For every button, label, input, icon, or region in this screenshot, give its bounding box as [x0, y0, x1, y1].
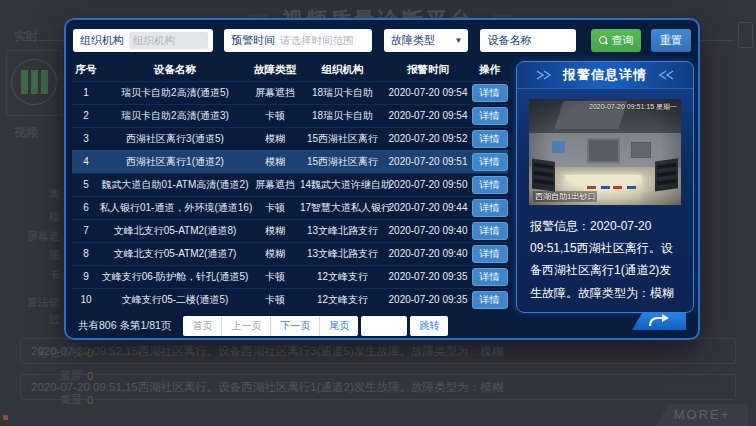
alarm-detail-panel: 报警信息详情 2020-07-20 09:51:15 星期一 西湖自助1出钞口 … — [516, 61, 694, 313]
bg-stat-label: 屏幕遮 — [0, 229, 60, 244]
bg-stat-label: 模 — [0, 210, 60, 225]
cell-fault-type: 模糊 — [250, 242, 300, 265]
detail-button[interactable]: 详情 — [472, 199, 508, 217]
cell-fault-type: 模糊 — [250, 150, 300, 173]
cell-organization: 13文峰北路支行 — [300, 242, 385, 265]
cell-device-name: 文峰北支行05-ATM2(通道7) — [100, 242, 250, 265]
cell-alarm-time: 2020-07-20 09:35 — [385, 288, 471, 311]
cell-organization: 15西湖社区离行 — [300, 127, 385, 150]
cell-device-name: 文峰支行05-二楼(通道5) — [100, 288, 250, 311]
bg-stat-label: 离 — [0, 187, 60, 202]
detail-button[interactable]: 详情 — [472, 153, 508, 171]
cell-device-name: 文峰支行06-防护舱，针孔(通道5) — [100, 265, 250, 288]
return-button[interactable] — [632, 310, 686, 330]
table-row[interactable]: 1 瑞贝卡自助2高清(通道5) 屏幕遮挡 18瑞贝卡自助 2020-07-20 … — [72, 81, 508, 104]
cell-fault-type: 屏幕遮挡 — [250, 173, 300, 196]
table-row[interactable]: 6 私人银行01-通道，外环境(通道16) 卡顿 17智慧大道私人银行 2020… — [72, 196, 508, 219]
return-arrow-icon — [647, 314, 671, 327]
search-button[interactable]: 查询 — [591, 29, 641, 52]
next-page-button[interactable]: 下一页 — [271, 316, 320, 336]
table-row[interactable]: 7 文峰北支行05-ATM2(通道8) 模糊 13文峰北路支行 2020-07-… — [72, 219, 508, 242]
device-name-input[interactable] — [536, 32, 571, 49]
cell-organization: 18瑞贝卡自助 — [300, 104, 385, 127]
cell-organization: 12文峰支行 — [300, 288, 385, 311]
cell-index: 10 — [72, 288, 100, 311]
cell-device-name: 瑞贝卡自助2高清(通道3) — [100, 104, 250, 127]
detail-button[interactable]: 详情 — [472, 222, 508, 240]
cell-index: 9 — [72, 265, 100, 288]
first-page-button[interactable]: 首页 — [183, 316, 222, 336]
cell-alarm-time: 2020-07-20 09:54 — [385, 104, 471, 127]
table-row[interactable]: 2 瑞贝卡自助2高清(通道3) 卡顿 18瑞贝卡自助 2020-07-20 09… — [72, 104, 508, 127]
detail-button[interactable]: 详情 — [472, 176, 508, 194]
table-row[interactable]: 5 魏武大道自助01-ATM高清(通道2) 屏幕遮挡 14魏武大道许继自助 20… — [72, 173, 508, 196]
cell-fault-type: 卡顿 — [250, 196, 300, 219]
cell-device-name: 私人银行01-通道，外环境(通道16) — [100, 196, 250, 219]
jump-button[interactable]: 跳转 — [410, 316, 448, 336]
camera-scene — [529, 99, 681, 205]
cell-alarm-time: 2020-07-20 09:40 — [385, 219, 471, 242]
camera-snapshot: 2020-07-20 09:51:15 星期一 西湖自助1出钞口 — [529, 99, 681, 205]
cell-action: 详情 — [471, 150, 508, 173]
cell-fault-type: 模糊 — [250, 127, 300, 150]
cell-index: 6 — [72, 196, 100, 219]
table-row[interactable]: 8 文峰北支行05-ATM2(通道7) 模糊 13文峰北路支行 2020-07-… — [72, 242, 508, 265]
alarm-detail-message: 报警信息：2020-07-20 09:51,15西湖社区离行。设备西湖社区离行1… — [517, 213, 693, 306]
reset-button[interactable]: 重置 — [651, 29, 691, 52]
bg-ticker: 2020-07-20 09:52,15西湖社区离行。设备西湖社区离行3(通道5)… — [20, 338, 736, 410]
cell-index: 2 — [72, 104, 100, 127]
detail-button[interactable]: 详情 — [472, 107, 508, 125]
detail-button[interactable]: 详情 — [472, 245, 508, 263]
table-row[interactable]: 4 西湖社区离行1(通道2) 模糊 15西湖社区离行 2020-07-20 09… — [72, 150, 508, 173]
ticker-text: 2020-07-20 09:52,15西湖社区离行。设备西湖社区离行3(通道5)… — [31, 345, 503, 357]
col-fault: 故障类型 — [250, 60, 300, 81]
last-page-button[interactable]: 尾页 — [320, 316, 358, 336]
cell-alarm-time: 2020-07-20 09:51 — [385, 150, 471, 173]
cell-action: 详情 — [471, 127, 508, 150]
detail-button[interactable]: 详情 — [472, 84, 508, 102]
time-label: 预警时间 — [231, 33, 275, 48]
cell-alarm-time: 2020-07-20 09:35 — [385, 265, 471, 288]
ticker-text: 2020-07-20 09:51,15西湖社区离行。设备西湖社区离行1(通道2)… — [31, 381, 503, 393]
detail-button[interactable]: 详情 — [472, 130, 508, 148]
caret-down-icon: ▼ — [455, 36, 463, 45]
filter-bar: 组织机构 预警时间 故障类型 ▼ 设备名称 查询 重置 — [73, 28, 691, 52]
camera-name-overlay: 西湖自助1出钞口 — [533, 191, 597, 202]
bg-stat-label: 算法错 — [0, 295, 60, 310]
cell-organization: 17智慧大道私人银行 — [300, 196, 385, 219]
cell-organization: 13文峰北路支行 — [300, 219, 385, 242]
table-row[interactable]: 10 文峰支行05-二楼(通道5) 卡顿 12文峰支行 2020-07-20 0… — [72, 288, 508, 311]
page-jump-input[interactable] — [361, 316, 407, 336]
detail-button[interactable]: 详情 — [472, 268, 508, 286]
header-decoration-left-icon — [535, 70, 555, 80]
org-input[interactable] — [129, 32, 208, 49]
device-filter: 设备名称 — [480, 29, 576, 52]
corner-decoration — [738, 22, 753, 48]
cell-action: 详情 — [471, 265, 508, 288]
prev-page-button[interactable]: 上一页 — [222, 316, 271, 336]
fault-type-select[interactable]: ▼ — [440, 32, 463, 49]
fault-filter: 故障类型 ▼ — [384, 29, 468, 52]
camera-timestamp-overlay: 2020-07-20 09:51:15 星期一 — [589, 102, 677, 112]
table-row[interactable]: 9 文峰支行06-防护舱，针孔(通道5) 卡顿 12文峰支行 2020-07-2… — [72, 265, 508, 288]
cell-alarm-time: 2020-07-20 09:50 — [385, 173, 471, 196]
cell-organization: 12文峰支行 — [300, 265, 385, 288]
ticker-item: 2020-07-20 09:52,15西湖社区离行。设备西湖社区离行3(通道5)… — [20, 338, 736, 364]
cell-index: 3 — [72, 127, 100, 150]
cell-device-name: 西湖社区离行3(通道5) — [100, 127, 250, 150]
cell-action: 详情 — [471, 196, 508, 219]
cell-device-name: 西湖社区离行1(通道2) — [100, 150, 250, 173]
cell-fault-type: 屏幕遮挡 — [250, 81, 300, 104]
cell-index: 1 — [72, 81, 100, 104]
time-range-input[interactable] — [280, 32, 367, 49]
org-filter: 组织机构 — [73, 29, 213, 52]
detail-button[interactable]: 详情 — [472, 291, 508, 309]
time-filter: 预警时间 — [224, 29, 372, 52]
more-button[interactable]: MORE+ — [656, 404, 748, 426]
cell-device-name: 魏武大道自助01-ATM高清(通道2) — [100, 173, 250, 196]
alarm-modal: 组织机构 预警时间 故障类型 ▼ 设备名称 查询 重置 — [64, 18, 700, 340]
table-row[interactable]: 3 西湖社区离行3(通道5) 模糊 15西湖社区离行 2020-07-20 09… — [72, 127, 508, 150]
cell-fault-type: 卡顿 — [250, 104, 300, 127]
bg-stat-label: 过 — [0, 312, 60, 327]
search-button-label: 查询 — [612, 33, 634, 48]
